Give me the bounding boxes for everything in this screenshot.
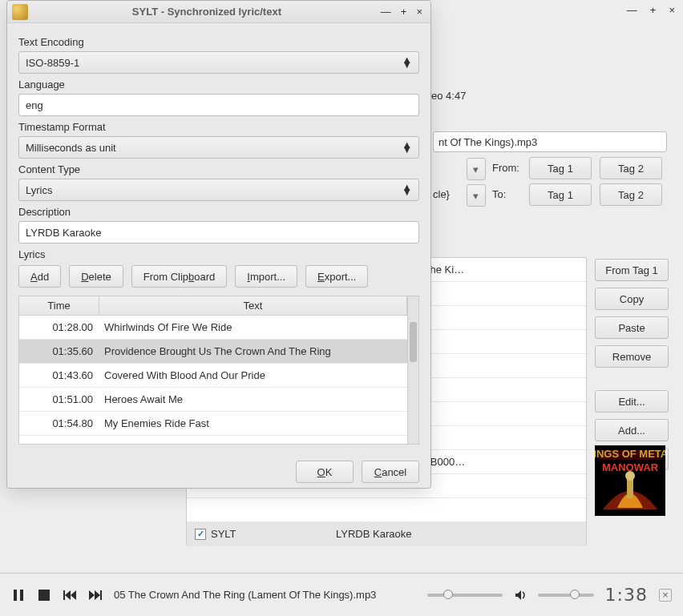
lyric-text: Knowing Not This Ride's Their Last <box>99 441 407 444</box>
add-button[interactable]: Add... <box>595 419 669 441</box>
dialog-minimize-icon[interactable]: — <box>381 6 391 18</box>
playbar-time: 1:38 <box>605 585 648 605</box>
from-tag1-button[interactable]: Tag 1 <box>529 157 592 179</box>
delete-lyric-button[interactable]: Delete <box>69 265 123 288</box>
updown-icon: ▲▼ <box>402 185 412 195</box>
svg-marker-15 <box>515 590 521 600</box>
lyric-row[interactable]: 01:58.80Knowing Not This Ride's Their La… <box>19 436 407 444</box>
album-art-image: KINGS OF METAL MANOWAR <box>595 445 665 516</box>
filename-field[interactable] <box>433 131 667 152</box>
timestamp-format-value: Milliseconds as unit <box>26 142 116 154</box>
to-tag1-button[interactable]: Tag 1 <box>529 183 592 206</box>
dialog-maximize-icon[interactable]: + <box>401 6 407 18</box>
svg-marker-13 <box>95 590 100 600</box>
format-fragment: cle} <box>433 188 450 200</box>
ok-button[interactable]: OK <box>296 461 354 483</box>
export-button[interactable]: Export... <box>305 265 368 288</box>
close-icon[interactable]: × <box>669 4 675 16</box>
to-tag2-button[interactable]: Tag 2 <box>600 183 662 206</box>
updown-icon: ▲▼ <box>402 58 412 67</box>
next-track-icon[interactable] <box>88 588 103 602</box>
lyrics-label: Lyrics <box>18 248 419 260</box>
volume-slider[interactable] <box>538 594 594 597</box>
album-art[interactable]: KINGS OF METAL MANOWAR <box>595 445 665 516</box>
sylt-frame-row[interactable]: SYLT LYRDB Karaoke <box>187 522 586 546</box>
copy-button[interactable]: Copy <box>595 288 669 310</box>
lyric-time: 01:54.80 <box>19 417 99 429</box>
paste-button[interactable]: Paste <box>595 316 669 339</box>
svg-rect-14 <box>100 590 102 600</box>
svg-rect-9 <box>63 590 65 600</box>
lyric-row[interactable]: 01:43.60Covered With Blood And Our Pride <box>19 364 407 388</box>
lyric-time: 01:43.60 <box>19 369 99 381</box>
maximize-icon[interactable]: + <box>650 4 657 16</box>
minimize-icon[interactable]: — <box>627 4 637 16</box>
app-icon <box>12 4 28 20</box>
seek-slider[interactable] <box>427 594 503 597</box>
sylt-value: LYRDB Karaoke <box>331 528 586 540</box>
edit-button[interactable]: Edit... <box>595 390 669 413</box>
sylt-dialog: SYLT - Synchronized lyric/text — + × Tex… <box>6 0 431 489</box>
description-field[interactable] <box>18 221 419 244</box>
pause-icon[interactable] <box>11 588 26 602</box>
sylt-checkbox[interactable] <box>195 529 206 540</box>
lyric-time: 01:51.00 <box>19 393 99 405</box>
dialog-titlebar[interactable]: SYLT - Synchronized lyric/text — + × <box>7 1 430 23</box>
timestamp-format-combo[interactable]: Milliseconds as unit ▲▼ <box>18 136 419 159</box>
svg-rect-6 <box>14 590 17 601</box>
side-button-group: From Tag 1 Copy Paste Remove Edit... Add… <box>595 259 669 470</box>
svg-marker-12 <box>89 590 95 600</box>
sylt-name: SYLT <box>211 528 236 540</box>
stop-icon[interactable] <box>37 588 51 602</box>
lyric-time: 01:58.80 <box>19 441 99 444</box>
updown-icon: ▲▼ <box>402 143 412 152</box>
lyric-time: 01:28.00 <box>19 321 99 333</box>
lyrics-table: Time Text 01:28.00Whirlwinds Of Fire We … <box>18 296 419 445</box>
playbar-close-icon[interactable]: × <box>659 589 672 602</box>
text-column-header[interactable]: Text <box>99 296 407 315</box>
content-type-combo[interactable]: Lyrics ▲▼ <box>18 179 419 201</box>
language-field[interactable] <box>18 94 419 116</box>
lyric-text: My Enemies Ride Fast <box>99 417 407 429</box>
dialog-close-icon[interactable]: × <box>416 6 422 18</box>
description-label: Description <box>18 206 419 218</box>
from-tag1-side-button[interactable]: From Tag 1 <box>595 259 669 281</box>
volume-icon[interactable] <box>514 589 527 602</box>
svg-marker-10 <box>65 590 71 600</box>
remove-button[interactable]: Remove <box>595 345 669 368</box>
timestamp-format-label: Timestamp Format <box>18 121 419 133</box>
text-encoding-label: Text Encoding <box>18 36 419 48</box>
text-encoding-value: ISO-8859-1 <box>26 57 79 69</box>
lyric-text: Whirlwinds Of Fire We Ride <box>99 321 407 333</box>
to-label: To: <box>492 188 506 200</box>
cancel-button[interactable]: Cancel <box>362 461 419 483</box>
lyrics-scrollbar[interactable] <box>407 296 418 444</box>
svg-point-5 <box>625 471 635 481</box>
import-button[interactable]: Import... <box>235 265 297 288</box>
lyric-text: Heroes Await Me <box>99 393 407 405</box>
lyric-row[interactable]: 01:54.80My Enemies Ride Fast <box>19 412 407 436</box>
track-info-fragment: eo 4:47 <box>431 90 677 102</box>
from-label: From: <box>492 162 519 174</box>
content-type-label: Content Type <box>18 163 419 175</box>
lyric-text: Covered With Blood And Our Pride <box>99 369 407 381</box>
add-lyric-button[interactable]: Add <box>18 265 61 288</box>
lyric-row[interactable]: 01:35.60Providence Brought Us The Crown … <box>19 340 407 364</box>
svg-marker-11 <box>71 590 76 600</box>
time-column-header[interactable]: Time <box>19 296 99 315</box>
lyric-row[interactable]: 01:28.00Whirlwinds Of Fire We Ride <box>19 316 407 340</box>
text-encoding-combo[interactable]: ISO-8859-1 ▲▼ <box>18 51 419 74</box>
playbar: 05 The Crown And The Ring (Lament Of The… <box>0 573 683 616</box>
svg-rect-7 <box>20 590 23 601</box>
lyric-row[interactable]: 01:51.00Heroes Await Me <box>19 388 407 412</box>
content-type-value: Lyrics <box>26 184 52 196</box>
lyric-time: 01:35.60 <box>19 345 99 357</box>
prev-track-icon[interactable] <box>63 588 77 602</box>
svg-text:KINGS OF METAL: KINGS OF METAL <box>595 448 665 460</box>
from-clipboard-button[interactable]: From Clipboard <box>131 265 228 288</box>
from-tag2-button[interactable]: Tag 2 <box>600 157 662 179</box>
format-dropdown-caret-2[interactable] <box>467 184 486 207</box>
lyric-text: Providence Brought Us The Crown And The … <box>99 345 407 357</box>
dialog-title: SYLT - Synchronized lyric/text <box>33 6 381 18</box>
format-dropdown-caret[interactable] <box>467 158 486 180</box>
